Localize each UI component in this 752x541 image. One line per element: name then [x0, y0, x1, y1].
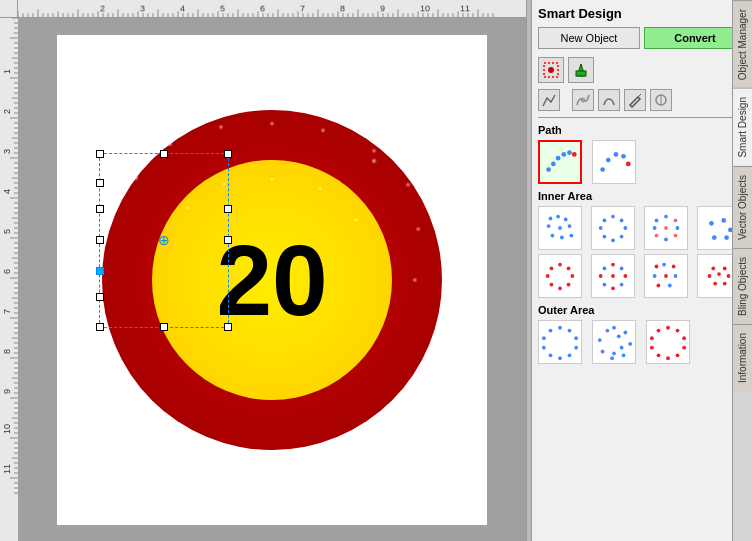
- svg-point-15: [606, 158, 611, 163]
- svg-point-9: [551, 162, 556, 167]
- path-section-label: Path: [538, 124, 746, 136]
- icon-toolbar-2: [538, 89, 746, 111]
- svg-point-107: [676, 353, 680, 357]
- svg-point-105: [682, 336, 686, 340]
- inner-area-item-3[interactable]: [644, 206, 688, 250]
- tab-bling-objects[interactable]: Bling Objects: [733, 248, 752, 324]
- svg-point-8: [546, 167, 551, 172]
- svg-point-27: [570, 234, 574, 238]
- ruler-canvas-top: [18, 0, 526, 17]
- svg-point-86: [568, 353, 572, 357]
- inner-area-item-6[interactable]: [591, 254, 635, 298]
- svg-point-48: [712, 235, 717, 240]
- path-item-1[interactable]: [538, 140, 582, 184]
- svg-point-28: [611, 215, 615, 219]
- convert-button[interactable]: Convert: [644, 27, 746, 49]
- smart-design-panel: Smart Design New Object Convert: [532, 0, 752, 541]
- outer-area-item-3[interactable]: [646, 320, 690, 364]
- canvas-content: 20 ⊕: [18, 18, 526, 541]
- svg-point-39: [653, 226, 657, 230]
- inner-area-item-5[interactable]: [538, 254, 582, 298]
- svg-point-80: [713, 282, 717, 286]
- shape-fill-icon[interactable]: [568, 57, 594, 83]
- outer-area-item-2[interactable]: [592, 320, 636, 364]
- svg-point-93: [624, 331, 628, 335]
- inner-area-item-1[interactable]: [538, 206, 582, 250]
- svg-point-70: [653, 274, 657, 278]
- inner-area-item-2[interactable]: [591, 206, 635, 250]
- handle-extra[interactable]: [96, 179, 104, 187]
- select-tool-icon[interactable]: [538, 57, 564, 83]
- svg-point-95: [622, 353, 626, 357]
- icon-toolbar-1: [538, 57, 746, 83]
- svg-point-110: [650, 346, 654, 350]
- canvas-white: 20 ⊕: [57, 35, 487, 525]
- svg-point-41: [676, 226, 680, 230]
- svg-point-13: [572, 152, 577, 157]
- tab-information[interactable]: Information: [733, 324, 752, 391]
- pen-tool-icon[interactable]: [624, 89, 646, 111]
- new-object-button[interactable]: New Object: [538, 27, 640, 49]
- svg-point-97: [601, 350, 605, 354]
- svg-point-32: [611, 238, 615, 242]
- svg-point-55: [550, 283, 554, 287]
- svg-line-5: [638, 94, 641, 97]
- svg-point-74: [668, 284, 672, 288]
- extra-tool-icon[interactable]: [650, 89, 672, 111]
- tab-object-manager[interactable]: Object Manager: [733, 0, 752, 88]
- svg-point-24: [568, 224, 572, 228]
- path-pattern-grid: [538, 140, 746, 184]
- svg-point-111: [650, 336, 654, 340]
- svg-point-102: [612, 352, 616, 356]
- speed-sign-outer: 20: [102, 110, 442, 450]
- svg-point-29: [620, 219, 624, 223]
- svg-point-50: [558, 263, 562, 267]
- svg-point-63: [603, 283, 607, 287]
- speed-sign-inner: 20: [152, 160, 392, 400]
- svg-point-37: [664, 215, 668, 219]
- tab-vector-objects[interactable]: Vector Objects: [733, 166, 752, 248]
- handle-rotate[interactable]: [96, 205, 104, 213]
- svg-point-38: [674, 219, 678, 223]
- svg-point-104: [676, 329, 680, 333]
- svg-point-75: [711, 267, 715, 271]
- svg-point-62: [611, 286, 615, 290]
- svg-point-67: [655, 265, 659, 269]
- outer-area-item-1[interactable]: [538, 320, 582, 364]
- svg-point-66: [611, 274, 615, 278]
- handle-ml[interactable]: [96, 236, 104, 244]
- svg-point-1: [548, 67, 554, 73]
- tab-smart-design[interactable]: Smart Design: [733, 88, 752, 166]
- outer-area-section-label: Outer Area: [538, 304, 746, 316]
- svg-point-31: [620, 235, 624, 239]
- svg-point-72: [674, 274, 678, 278]
- svg-point-100: [617, 334, 621, 338]
- svg-point-46: [721, 218, 726, 223]
- svg-point-61: [620, 283, 624, 287]
- curve-tool-icon[interactable]: [572, 89, 594, 111]
- svg-point-49: [724, 235, 729, 240]
- svg-point-52: [570, 274, 574, 278]
- svg-point-65: [603, 267, 607, 271]
- svg-point-58: [611, 263, 615, 267]
- path-tool-icon[interactable]: [598, 89, 620, 111]
- svg-point-57: [550, 267, 554, 271]
- svg-point-91: [549, 329, 553, 333]
- ruler-canvas-left: [0, 18, 18, 541]
- svg-point-85: [574, 346, 578, 350]
- handle-bl[interactable]: [96, 323, 104, 331]
- handle-tl[interactable]: [96, 150, 104, 158]
- path-item-2[interactable]: [592, 140, 636, 184]
- svg-point-112: [657, 329, 661, 333]
- svg-point-106: [682, 346, 686, 350]
- node-tool-icon[interactable]: [538, 89, 560, 111]
- svg-point-11: [561, 152, 566, 157]
- inner-area-item-7[interactable]: [644, 254, 688, 298]
- svg-point-64: [599, 274, 603, 278]
- svg-point-56: [546, 274, 550, 278]
- svg-point-51: [567, 267, 571, 271]
- svg-point-14: [600, 167, 605, 172]
- speed-sign-number: 20: [216, 230, 327, 330]
- svg-point-69: [672, 265, 676, 269]
- svg-point-19: [549, 217, 553, 221]
